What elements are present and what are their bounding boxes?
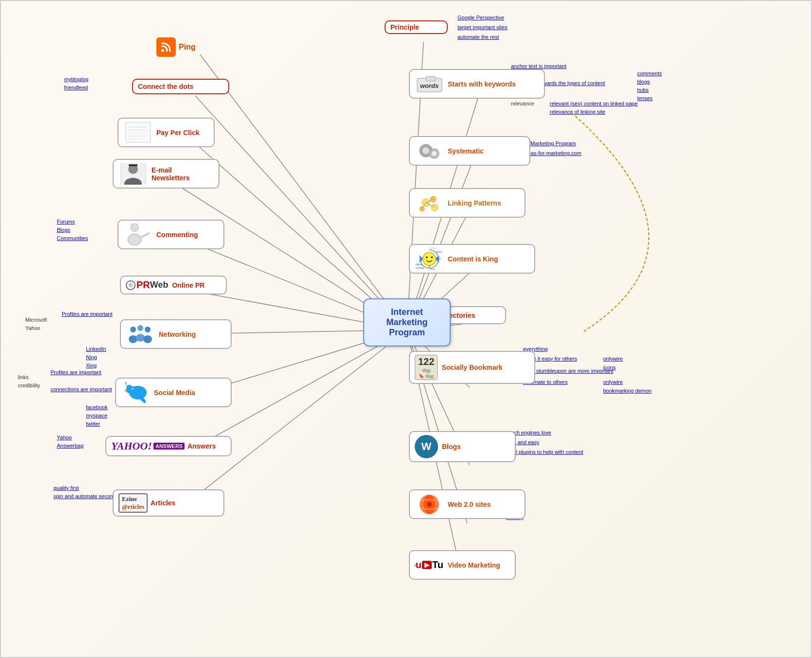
svg-text:higher: higher <box>416 262 423 265</box>
ppc-node: Pay Per Click <box>118 118 215 147</box>
svg-line-11 <box>195 96 407 330</box>
web2-node: Web 2.0 sites <box>409 489 525 519</box>
content-node: clicks links higher ranking links clicks… <box>409 244 535 274</box>
video-label: Video Marketing <box>448 561 500 569</box>
svg-line-19 <box>183 330 407 506</box>
social-myspace[interactable]: myspace <box>86 413 107 418</box>
email-label: E-mail <box>152 166 190 174</box>
articles-spin[interactable]: spin and automate second <box>53 493 116 499</box>
networking-node: Networking <box>120 319 232 349</box>
commenting-img <box>123 224 152 245</box>
svg-point-62 <box>130 327 136 332</box>
svg-rect-22 <box>426 76 436 81</box>
svg-text:clicks: clicks <box>436 250 442 253</box>
svg-point-64 <box>137 325 143 331</box>
svg-point-72 <box>133 388 134 389</box>
mind-map: Internet Marketing Program Principle Goo… <box>0 0 812 658</box>
keywords-lenses[interactable]: lenses <box>637 95 653 101</box>
blogs-label: Blogs <box>442 443 461 450</box>
social-credibility: credibility <box>18 382 40 388</box>
svg-point-60 <box>128 234 141 245</box>
social-links: links <box>18 374 29 380</box>
articles-label: Articles <box>151 499 175 507</box>
networking-profiles[interactable]: Profiles are important <box>62 311 113 317</box>
connect-label: Connect the dots <box>138 83 193 90</box>
networking-linkedin[interactable]: LinkedIn <box>86 346 106 352</box>
svg-line-61 <box>141 233 149 237</box>
bookmark-onlywire2[interactable]: onlywire <box>603 379 623 385</box>
rss-icon <box>156 37 176 57</box>
systematic-label: Systematic <box>448 147 484 155</box>
social-twitter[interactable]: twitter <box>86 421 100 427</box>
onlinepr-node: © PRWeb Online PR <box>120 276 227 294</box>
ppc-img <box>123 121 152 143</box>
principle-note1[interactable]: Google Perspective <box>457 15 504 20</box>
commenting-node: Commenting <box>118 220 224 249</box>
svg-point-47 <box>427 502 432 507</box>
svg-point-59 <box>131 224 138 231</box>
bookmark-onlywire1[interactable]: onlywire <box>603 356 623 362</box>
svg-rect-49 <box>126 122 151 142</box>
linking-node: Linking Patterns <box>409 188 525 218</box>
keywords-img: words <box>415 73 444 95</box>
content-label: Content is King <box>448 255 498 263</box>
principle-label: Principle <box>390 23 419 31</box>
svg-text:links: links <box>436 257 441 260</box>
keywords-linking-site[interactable]: relevance of linking site <box>550 109 605 115</box>
linking-label: Linking Patterns <box>448 199 501 207</box>
bookmark-demon[interactable]: bookmarking demon <box>603 388 652 394</box>
svg-line-10 <box>200 54 407 330</box>
keywords-blogs[interactable]: blogs <box>637 79 650 85</box>
connect-mybloglog[interactable]: mybloglog <box>64 76 88 82</box>
social-node: Social Media <box>115 378 232 407</box>
networking-ning[interactable]: Ning <box>86 354 97 360</box>
email-img <box>118 163 148 185</box>
blogs-node: W Blogs <box>409 431 516 462</box>
svg-point-37 <box>426 256 428 258</box>
principle-note3[interactable]: automate the rest <box>457 34 499 40</box>
svg-point-63 <box>129 335 137 343</box>
svg-point-67 <box>143 335 152 343</box>
connect-node: Connect the dots <box>132 79 229 94</box>
answers-yahoo[interactable]: Yahoo <box>57 434 72 440</box>
svg-point-65 <box>136 334 145 342</box>
connect-friendfeed[interactable]: friendfeed <box>64 85 88 90</box>
networking-xing[interactable]: Xing <box>86 363 97 368</box>
commenting-label: Commenting <box>156 231 198 239</box>
svg-point-38 <box>431 256 433 258</box>
ppc-label: Pay Per Click <box>156 129 200 137</box>
networking-microsoft: Microsoft <box>25 317 47 323</box>
ping-label: Ping <box>179 43 196 52</box>
commenting-forums[interactable]: Forums <box>57 219 75 225</box>
keywords-comments[interactable]: comments <box>637 70 662 76</box>
articles-quality[interactable]: quality first <box>53 485 79 491</box>
onlinepr-label: Online PR <box>172 281 204 289</box>
social-connections[interactable]: connections are important <box>51 386 112 392</box>
principle-note2[interactable]: target important sites <box>457 24 508 30</box>
keywords-seo[interactable]: relevant (seo) content on linked page <box>550 101 638 106</box>
answers-node: YAHOO! ANSWERS Answers <box>105 436 232 456</box>
email-node: E-mail Newsletters <box>113 159 220 189</box>
svg-point-36 <box>423 252 436 265</box>
social-label: Social Media <box>154 389 195 397</box>
keywords-label: Starts with keywords <box>448 80 516 88</box>
social-profiles[interactable]: Profiles are important <box>51 369 102 375</box>
svg-point-66 <box>145 327 151 332</box>
answers-label: Answers <box>187 442 216 450</box>
bookmark-label: Socially Bookmark <box>441 364 502 371</box>
svg-text:words: words <box>420 82 439 89</box>
digg-badge: 122 digg 🔖 digg <box>415 355 438 380</box>
bookmark-node: 122 digg 🔖 digg Socially Bookmark <box>409 351 535 384</box>
social-facebook[interactable]: facebook <box>86 404 108 410</box>
linking-img <box>415 192 444 214</box>
bookmark-digg[interactable]: digg, stumbleupon are more important <box>523 368 613 374</box>
keywords-hubs[interactable]: hubs <box>637 87 649 93</box>
svg-text:ranking: ranking <box>416 266 424 269</box>
commenting-blogs[interactable]: Blogs <box>57 227 70 233</box>
keywords-relevance-label: relevance <box>511 101 534 106</box>
social-img <box>121 381 150 403</box>
keywords-anchor[interactable]: anchor text is important <box>511 63 566 69</box>
svg-rect-58 <box>129 164 137 166</box>
commenting-communities[interactable]: Communities <box>57 235 88 241</box>
answers-answerbag[interactable]: Answerbag <box>57 443 84 449</box>
